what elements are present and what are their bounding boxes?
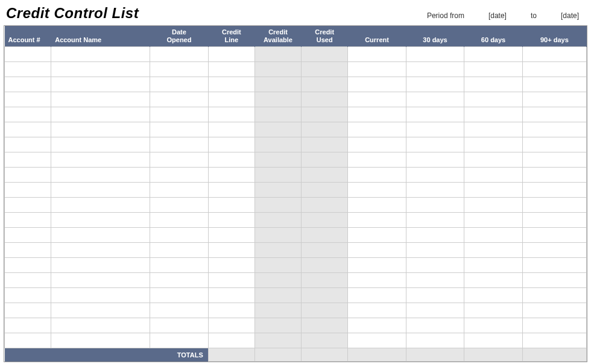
cell[interactable] [150, 213, 209, 228]
cell[interactable] [464, 288, 523, 303]
cell[interactable] [254, 77, 301, 92]
cell[interactable] [5, 228, 51, 243]
cell[interactable] [5, 213, 51, 228]
table-row[interactable] [5, 288, 587, 303]
cell[interactable] [150, 303, 209, 318]
cell[interactable] [464, 47, 523, 62]
cell[interactable] [348, 243, 406, 258]
table-row[interactable] [5, 198, 587, 213]
cell[interactable] [150, 333, 209, 348]
cell[interactable] [464, 183, 523, 198]
cell[interactable] [208, 303, 254, 318]
cell[interactable] [150, 228, 209, 243]
cell[interactable] [51, 198, 150, 213]
cell[interactable] [51, 303, 150, 318]
cell[interactable] [522, 168, 586, 183]
table-row[interactable] [5, 228, 587, 243]
cell[interactable] [348, 62, 406, 77]
cell[interactable] [5, 258, 51, 273]
cell[interactable] [406, 258, 464, 273]
cell[interactable] [464, 122, 523, 137]
cell[interactable] [464, 303, 523, 318]
cell[interactable] [5, 152, 51, 168]
table-row[interactable] [5, 77, 587, 92]
cell[interactable] [254, 122, 301, 137]
cell[interactable] [348, 183, 406, 198]
cell[interactable] [302, 62, 348, 77]
cell[interactable] [51, 47, 150, 62]
cell[interactable] [522, 107, 586, 122]
cell[interactable] [522, 62, 586, 77]
cell[interactable] [348, 137, 406, 152]
cell[interactable] [208, 152, 254, 168]
cell[interactable] [150, 77, 209, 92]
cell[interactable] [150, 122, 209, 137]
cell[interactable] [150, 137, 209, 152]
table-row[interactable] [5, 152, 587, 168]
cell[interactable] [348, 213, 406, 228]
cell[interactable] [5, 77, 51, 92]
cell[interactable] [348, 273, 406, 288]
table-row[interactable] [5, 122, 587, 137]
cell[interactable] [150, 258, 209, 273]
cell[interactable] [5, 92, 51, 107]
table-row[interactable] [5, 213, 587, 228]
cell[interactable] [254, 168, 301, 183]
cell[interactable] [406, 213, 464, 228]
table-row[interactable] [5, 303, 587, 318]
cell[interactable] [522, 137, 586, 152]
cell[interactable] [464, 77, 523, 92]
table-row[interactable] [5, 47, 587, 62]
table-row[interactable] [5, 333, 587, 348]
cell[interactable] [348, 47, 406, 62]
cell[interactable] [150, 198, 209, 213]
cell[interactable] [406, 122, 464, 137]
cell[interactable] [522, 47, 586, 62]
cell[interactable] [254, 107, 301, 122]
table-row[interactable] [5, 243, 587, 258]
cell[interactable] [208, 77, 254, 92]
cell[interactable] [51, 213, 150, 228]
cell[interactable] [254, 333, 301, 348]
cell[interactable] [150, 152, 209, 168]
cell[interactable] [51, 243, 150, 258]
cell[interactable] [51, 273, 150, 288]
cell[interactable] [348, 92, 406, 107]
cell[interactable] [406, 62, 464, 77]
cell[interactable] [464, 213, 523, 228]
cell[interactable] [464, 243, 523, 258]
cell[interactable] [254, 213, 301, 228]
cell[interactable] [302, 318, 348, 333]
cell[interactable] [348, 198, 406, 213]
cell[interactable] [5, 168, 51, 183]
cell[interactable] [406, 168, 464, 183]
cell[interactable] [464, 107, 523, 122]
cell[interactable] [51, 183, 150, 198]
cell[interactable] [406, 273, 464, 288]
cell[interactable] [348, 168, 406, 183]
table-row[interactable] [5, 258, 587, 273]
cell[interactable] [51, 92, 150, 107]
cell[interactable] [254, 318, 301, 333]
cell[interactable] [5, 107, 51, 122]
cell[interactable] [208, 183, 254, 198]
cell[interactable] [208, 228, 254, 243]
cell[interactable] [254, 198, 301, 213]
cell[interactable] [208, 333, 254, 348]
cell[interactable] [5, 122, 51, 137]
cell[interactable] [208, 62, 254, 77]
cell[interactable] [51, 62, 150, 77]
cell[interactable] [150, 273, 209, 288]
cell[interactable] [522, 243, 586, 258]
cell[interactable] [5, 288, 51, 303]
cell[interactable] [254, 183, 301, 198]
table-row[interactable] [5, 107, 587, 122]
cell[interactable] [302, 288, 348, 303]
cell[interactable] [348, 303, 406, 318]
cell[interactable] [406, 77, 464, 92]
cell[interactable] [51, 122, 150, 137]
cell[interactable] [208, 258, 254, 273]
cell[interactable] [302, 258, 348, 273]
cell[interactable] [208, 213, 254, 228]
cell[interactable] [464, 152, 523, 168]
